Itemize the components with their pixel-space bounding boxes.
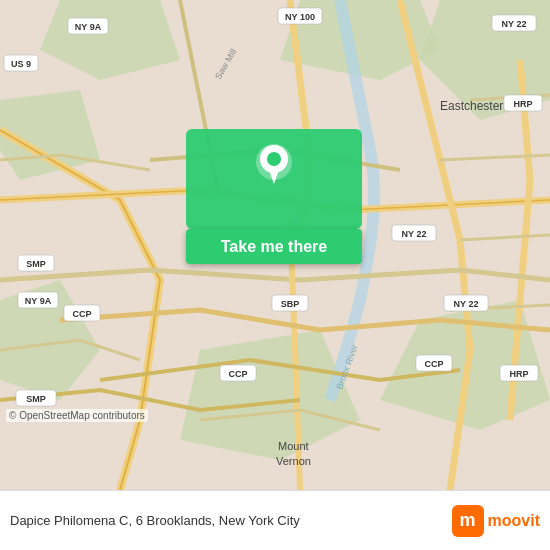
moovit-text: moovit: [488, 512, 540, 530]
svg-text:Mount: Mount: [278, 440, 309, 452]
take-me-there-button[interactable]: Take me there: [186, 229, 362, 264]
svg-text:NY 100: NY 100: [285, 12, 315, 22]
svg-text:SMP: SMP: [26, 394, 46, 404]
svg-text:HRP: HRP: [513, 99, 532, 109]
svg-text:NY 9A: NY 9A: [75, 22, 102, 32]
svg-text:Vernon: Vernon: [276, 455, 311, 467]
map-container: NY 9A NY 9A SMP US 9 NY 100 NY 22 NY 22 …: [0, 0, 550, 490]
location-text: Dapice Philomena C, 6 Brooklands, New Yo…: [10, 513, 452, 528]
moovit-logo: m moovit: [452, 505, 540, 537]
copyright-text: © OpenStreetMap contributors: [6, 409, 148, 422]
svg-text:NY 22: NY 22: [502, 19, 527, 29]
svg-text:SMP: SMP: [26, 259, 46, 269]
svg-text:HRP: HRP: [509, 369, 528, 379]
svg-text:SBP: SBP: [281, 299, 300, 309]
svg-text:US 9: US 9: [11, 59, 31, 69]
svg-text:CCP: CCP: [72, 309, 91, 319]
svg-text:CCP: CCP: [424, 359, 443, 369]
bottom-bar: Dapice Philomena C, 6 Brooklands, New Yo…: [0, 490, 550, 550]
moovit-icon: m: [452, 505, 484, 537]
svg-text:NY 9A: NY 9A: [25, 296, 52, 306]
svg-text:Eastchester: Eastchester: [440, 99, 503, 113]
svg-point-46: [267, 152, 281, 166]
svg-text:NY 22: NY 22: [454, 299, 479, 309]
svg-text:NY 22: NY 22: [402, 229, 427, 239]
svg-text:CCP: CCP: [228, 369, 247, 379]
